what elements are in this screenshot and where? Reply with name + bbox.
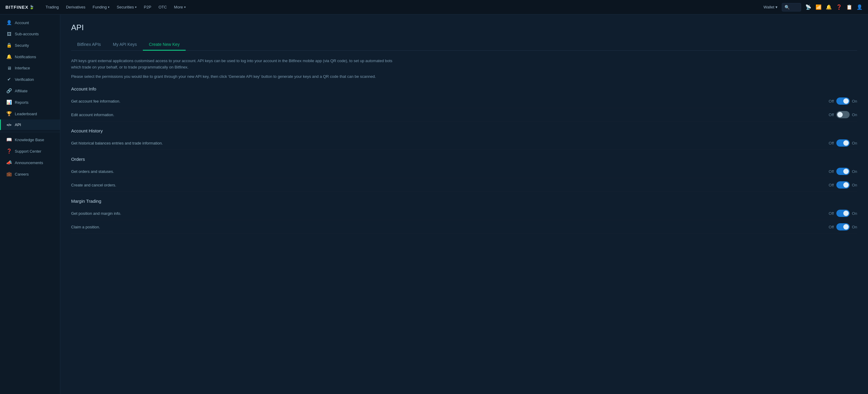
sidebar-item-notifications[interactable]: 🔔 Notifications (0, 51, 60, 62)
sidebar-item-support-center[interactable]: ❓ Support Center (0, 145, 60, 157)
nav-derivatives[interactable]: Derivatives (63, 3, 88, 11)
sidebar-item-knowledge-base[interactable]: 📖 Knowledge Base (0, 134, 60, 145)
user-icon[interactable]: 👤 (857, 4, 863, 10)
toggle-off-label: Off (829, 211, 834, 216)
wallet-button[interactable]: Wallet ▾ (764, 5, 778, 9)
sidebar-item-reports[interactable]: 📊 Reports (0, 96, 60, 108)
sidebar-divider (0, 132, 60, 132)
reports-icon: 📊 (6, 100, 12, 105)
knowledge-base-icon: 📖 (6, 137, 12, 142)
tab-my-api-keys[interactable]: My API Keys (107, 39, 143, 51)
leaderboard-icon: 🏆 (6, 111, 12, 116)
toggle-account-info-0[interactable] (836, 97, 849, 105)
nav-more[interactable]: More▾ (171, 3, 189, 11)
layout: 👤 Account 🖼 Sub-accounts 🔒 Security 🔔 No… (0, 15, 868, 394)
sidebar-label-affiliate: Affiliate (15, 89, 27, 93)
nav-funding[interactable]: Funding▾ (90, 3, 113, 11)
toggle-orders-1[interactable] (836, 181, 849, 189)
verification-icon: ✔ (6, 77, 12, 82)
toggle-group-account-info-0: OffOn (829, 97, 857, 105)
toggle-on-label: On (852, 141, 857, 145)
toggle-on-label: On (852, 169, 857, 174)
sidebar-label-interface: Interface (15, 66, 30, 70)
sidebar-label-account: Account (15, 21, 29, 25)
tab-create-new-key[interactable]: Create New Key (143, 39, 186, 51)
toggle-off-label: Off (829, 225, 834, 229)
sidebar-item-careers[interactable]: 💼 Careers (0, 168, 60, 180)
nav-p2p[interactable]: P2P (141, 3, 154, 11)
toggle-on-label: On (852, 99, 857, 104)
page-title: API (71, 23, 857, 32)
careers-icon: 💼 (6, 171, 12, 177)
tab-bitfinex-apis[interactable]: Bitfinex APIs (71, 39, 107, 51)
sidebar-item-account[interactable]: 👤 Account (0, 17, 60, 28)
wallet-caret-icon: ▾ (775, 5, 778, 9)
main-content: API Bitfinex APIs My API Keys Create New… (60, 15, 868, 394)
toggle-group-margin-trading-0: OffOn (829, 210, 857, 217)
affiliate-icon: 🔗 (6, 88, 12, 93)
tabs: Bitfinex APIs My API Keys Create New Key (71, 39, 857, 51)
notifications-icon[interactable]: 🔔 (826, 4, 832, 10)
permission-row-account-history-0: Get historical balances entries and trad… (71, 136, 857, 150)
sidebar-item-announcements[interactable]: 📣 Announcements (0, 157, 60, 168)
nav-otc[interactable]: OTC (156, 3, 170, 11)
toggle-off-label: Off (829, 99, 834, 104)
toggle-group-account-history-0: OffOn (829, 139, 857, 147)
nav-trading[interactable]: Trading (42, 3, 62, 11)
sidebar-item-security[interactable]: 🔒 Security (0, 39, 60, 51)
sidebar-item-affiliate[interactable]: 🔗 Affiliate (0, 85, 60, 96)
securities-caret-icon: ▾ (135, 5, 136, 9)
logo-leaf-icon: 🍃 (29, 5, 34, 9)
sidebar-item-interface[interactable]: 🖥 Interface (0, 62, 60, 74)
sidebar-label-knowledge-base: Knowledge Base (15, 138, 44, 142)
toggle-off-label: Off (829, 169, 834, 174)
announcements-icon: 📣 (6, 160, 12, 165)
toggle-group-orders-0: OffOn (829, 168, 857, 175)
logo-text: BITFINEX (5, 4, 28, 10)
logo[interactable]: BITFINEX 🍃 (5, 4, 34, 10)
toggle-margin-trading-1[interactable] (836, 223, 849, 230)
permission-label-margin-trading-1: Claim a position. (71, 225, 829, 229)
topnav-right: Wallet ▾ 🔍 📡 📶 🔔 ❓ 📋 👤 (764, 3, 863, 11)
permission-row-orders-0: Get orders and statuses.OffOn (71, 165, 857, 178)
nav-securities[interactable]: Securities▾ (114, 3, 140, 11)
toggle-margin-trading-0[interactable] (836, 210, 849, 217)
search-input[interactable]: 🔍 (782, 3, 801, 11)
toggle-on-label: On (852, 225, 857, 229)
sidebar-item-api[interactable]: </> API (0, 119, 60, 130)
permission-row-margin-trading-0: Get position and margin info.OffOn (71, 207, 857, 220)
support-center-icon: ❓ (6, 148, 12, 154)
sidebar-item-verification[interactable]: ✔ Verification (0, 74, 60, 85)
permission-row-orders-1: Create and cancel orders.OffOn (71, 178, 857, 192)
description-2: Please select the permissions you would … (71, 74, 403, 80)
sidebar-label-reports: Reports (15, 100, 29, 105)
toggle-knob (843, 140, 849, 146)
permission-label-account-history-0: Get historical balances entries and trad… (71, 141, 829, 145)
toggle-off-label: Off (829, 183, 834, 187)
more-caret-icon: ▾ (184, 5, 186, 9)
help-icon[interactable]: ❓ (836, 4, 842, 10)
toggle-group-account-info-1: OffOn (829, 111, 857, 118)
permissions-container: Account InfoGet account fee information.… (71, 86, 857, 234)
toggle-knob (843, 169, 849, 174)
toggle-off-label: Off (829, 141, 834, 145)
signal-icon[interactable]: 📡 (805, 4, 811, 10)
toggle-account-info-1[interactable] (836, 111, 849, 118)
permission-row-account-info-0: Get account fee information.OffOn (71, 94, 857, 108)
section-title-account-info: Account Info (71, 86, 857, 91)
sidebar-item-leaderboard[interactable]: 🏆 Leaderboard (0, 108, 60, 119)
toggle-account-history-0[interactable] (836, 139, 849, 147)
sidebar-label-verification: Verification (15, 77, 34, 82)
interface-icon: 🖥 (6, 65, 12, 71)
clipboard-icon[interactable]: 📋 (846, 4, 852, 10)
toggle-knob (843, 224, 849, 230)
toggle-knob (843, 98, 849, 104)
permission-row-margin-trading-1: Claim a position.OffOn (71, 220, 857, 234)
description-1: API keys grant external applications cus… (71, 58, 403, 71)
toggle-knob (843, 210, 849, 216)
sidebar-item-sub-accounts[interactable]: 🖼 Sub-accounts (0, 28, 60, 39)
wifi-icon[interactable]: 📶 (815, 4, 822, 10)
toggle-orders-0[interactable] (836, 168, 849, 175)
sidebar: 👤 Account 🖼 Sub-accounts 🔒 Security 🔔 No… (0, 15, 60, 394)
sidebar-label-support-center: Support Center (15, 149, 41, 153)
